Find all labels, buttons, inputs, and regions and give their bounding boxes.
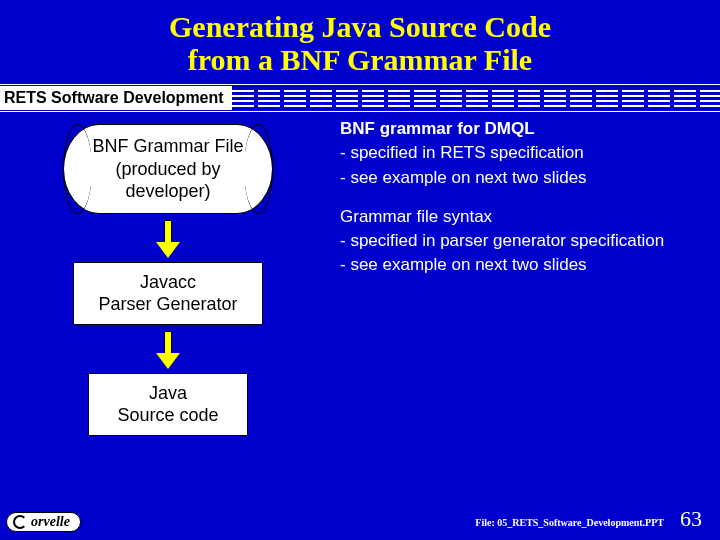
page-number: 63 — [680, 506, 702, 532]
bnf-line3: developer) — [82, 180, 254, 203]
bnf-line2: (produced by — [82, 158, 254, 181]
note-line: - specified in RETS specification — [340, 142, 700, 163]
file-path-label: File: 05_RETS_Software_Development.PPT — [475, 517, 664, 528]
src-line2: Source code — [99, 404, 237, 427]
bnf-line1: BNF Grammar File — [82, 135, 254, 158]
javacc-line1: Javacc — [84, 271, 252, 294]
note-line: - see example on next two slides — [340, 167, 700, 188]
arrow-down-icon — [156, 220, 180, 258]
arrow-down-icon — [156, 331, 180, 369]
flow-diagram: BNF Grammar File (produced by developer)… — [48, 124, 288, 436]
slide-title: Generating Java Source Code from a BNF G… — [0, 0, 720, 76]
java-source-node: Java Source code — [88, 373, 248, 436]
note-group-syntax: Grammar file syntax - specified in parse… — [340, 206, 700, 276]
javacc-node: Javacc Parser Generator — [73, 262, 263, 325]
note-line: - see example on next two slides — [340, 254, 700, 275]
decorative-stripes — [232, 87, 720, 109]
corvelle-logo: orvelle — [6, 512, 81, 532]
src-line1: Java — [99, 382, 237, 405]
note-line: BNF grammar for DMQL — [340, 118, 700, 139]
logo-c-icon — [13, 515, 27, 529]
footer: orvelle File: 05_RETS_Software_Developme… — [0, 504, 720, 534]
subtitle-label: RETS Software Development — [0, 86, 232, 110]
logo-text: orvelle — [31, 514, 70, 530]
javacc-line2: Parser Generator — [84, 293, 252, 316]
note-line: Grammar file syntax — [340, 206, 700, 227]
notes-block: BNF grammar for DMQL - specified in RETS… — [340, 118, 700, 294]
note-group-dmql: BNF grammar for DMQL - specified in RETS… — [340, 118, 700, 188]
subtitle-bar: RETS Software Development — [0, 84, 720, 112]
title-line-2: from a BNF Grammar File — [0, 43, 720, 76]
content-area: BNF Grammar File (produced by developer)… — [0, 112, 720, 492]
bnf-file-node: BNF Grammar File (produced by developer) — [63, 124, 273, 214]
title-line-1: Generating Java Source Code — [0, 10, 720, 43]
note-line: - specified in parser generator specific… — [340, 230, 700, 251]
